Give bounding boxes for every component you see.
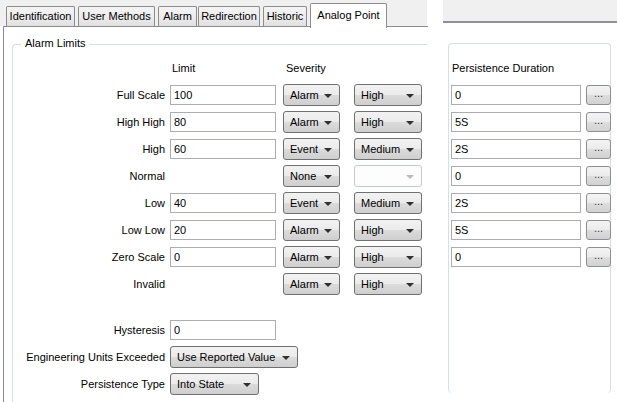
persistence-duration-column-header: Persistence Duration [452, 61, 554, 75]
persistence-more-button-zero-scale[interactable]: ... [586, 247, 611, 267]
persistence-input-zero-scale[interactable] [451, 247, 581, 267]
persistence-input-high-high[interactable] [451, 112, 581, 132]
tab-historic[interactable]: Historic [263, 6, 307, 26]
analog-point-dialog: Identification User Methods Alarm Redire… [0, 0, 617, 402]
persistence-input-high[interactable] [451, 139, 581, 159]
tab-redirection[interactable]: Redirection [198, 6, 260, 26]
persistence-more-button-low[interactable]: ... [586, 193, 611, 213]
persistence-input-low[interactable] [451, 193, 581, 213]
tab-analog-point[interactable]: Analog Point [310, 3, 387, 28]
tab-alarm[interactable]: Alarm [158, 6, 197, 26]
tab-identification[interactable]: Identification [6, 6, 75, 26]
persistence-more-button-high-high[interactable]: ... [586, 112, 611, 132]
persistence-more-button-normal[interactable]: ... [586, 166, 611, 186]
tab-page-border [3, 26, 428, 402]
tab-user-methods[interactable]: User Methods [78, 6, 155, 26]
persistence-input-low-low[interactable] [451, 220, 581, 240]
right-panel-top-strip [443, 0, 617, 23]
persistence-input-full-scale[interactable] [451, 85, 581, 105]
persistence-more-button-low-low[interactable]: ... [586, 220, 611, 240]
persistence-more-button-high[interactable]: ... [586, 139, 611, 159]
persistence-more-button-full-scale[interactable]: ... [586, 85, 611, 105]
persistence-input-normal[interactable] [451, 166, 581, 186]
